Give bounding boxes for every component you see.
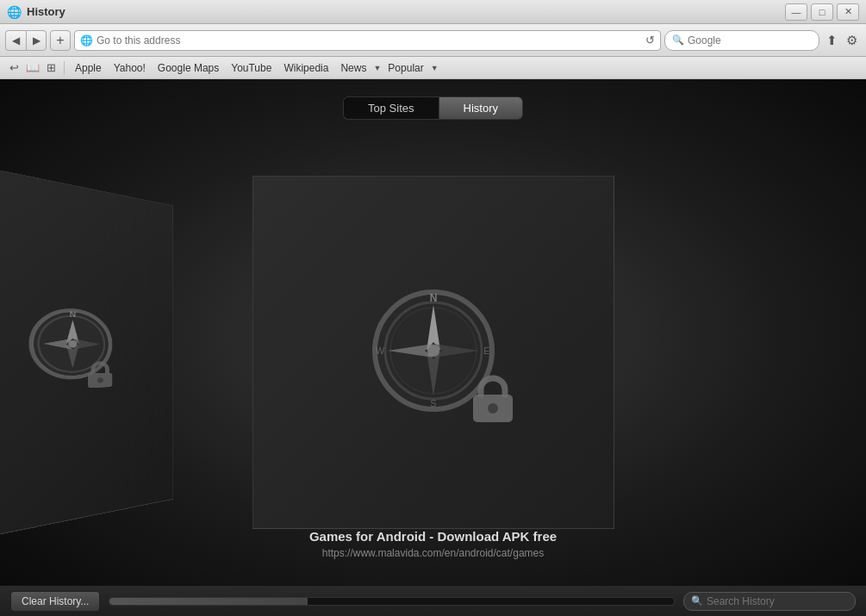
- refresh-button[interactable]: ↺: [645, 34, 655, 47]
- background-card: N: [0, 158, 173, 547]
- bookmark-youtube[interactable]: YouTube: [226, 60, 277, 76]
- main-content: Top Sites History N: [0, 79, 866, 585]
- back-arrow-icon[interactable]: ↩: [7, 61, 22, 74]
- lock-icon-main: [470, 374, 515, 427]
- cards-area: N: [0, 120, 866, 585]
- search-bar[interactable]: 🔍: [664, 30, 819, 51]
- address-input[interactable]: [97, 34, 642, 47]
- svg-text:E: E: [483, 345, 489, 356]
- svg-point-23: [488, 403, 498, 414]
- bookmark-news-group[interactable]: News ▼: [335, 60, 381, 76]
- app-icon: 🌐: [7, 5, 22, 19]
- bookmarks-bar: ↩ 📖 ⊞ Apple Yahoo! Google Maps YouTube W…: [0, 57, 866, 79]
- svg-text:N: N: [70, 310, 77, 319]
- minimize-button[interactable]: —: [785, 3, 807, 21]
- svg-text:W: W: [375, 345, 384, 356]
- svg-text:S: S: [430, 398, 436, 408]
- compass-main-wrap: N S W E: [369, 286, 498, 419]
- clear-history-button[interactable]: Clear History...: [10, 591, 100, 612]
- window-controls: — □ ✕: [785, 3, 859, 21]
- bookmark-google-maps[interactable]: Google Maps: [153, 60, 224, 76]
- search-icon: 🔍: [672, 34, 684, 46]
- search-history-input[interactable]: [707, 595, 848, 607]
- bottom-bar: Clear History... 🔍: [0, 585, 866, 616]
- titlebar-title: History: [27, 5, 785, 18]
- lock-icon-small: [85, 360, 114, 396]
- bookmark-yahoo[interactable]: Yahoo!: [109, 60, 151, 76]
- main-history-card[interactable]: N S W E: [252, 176, 614, 529]
- svg-point-17: [427, 345, 439, 357]
- close-button[interactable]: ✕: [837, 3, 859, 21]
- add-tab-button[interactable]: +: [50, 30, 71, 51]
- maximize-button[interactable]: □: [811, 3, 833, 21]
- search-input[interactable]: [688, 34, 817, 47]
- globe-icon: 🌐: [80, 34, 93, 47]
- compass-bg-wrap: N: [27, 304, 115, 401]
- back-button[interactable]: ◀: [5, 30, 26, 51]
- progress-bar: [109, 597, 675, 606]
- tab-top-sites[interactable]: Top Sites: [344, 97, 438, 119]
- toolbar-icons: ⬆ ⚙: [823, 31, 861, 50]
- separator: [64, 61, 65, 75]
- site-url: https://www.malavida.com/en/android/cat/…: [309, 547, 557, 559]
- progress-bar-fill: [109, 598, 307, 605]
- tab-history[interactable]: History: [439, 97, 522, 119]
- settings-button[interactable]: ⚙: [843, 31, 861, 50]
- reading-list-icon[interactable]: 📖: [23, 61, 42, 74]
- forward-button[interactable]: ▶: [26, 30, 47, 51]
- search-history-icon: 🔍: [691, 595, 703, 607]
- popular-dropdown-arrow: ▼: [431, 64, 439, 72]
- site-info: Games for Android - Download APK free ht…: [309, 529, 557, 559]
- grid-icon[interactable]: ⊞: [44, 61, 59, 74]
- bookmark-wikipedia[interactable]: Wikipedia: [278, 60, 333, 76]
- tab-switcher: Top Sites History: [343, 96, 523, 120]
- share-button[interactable]: ⬆: [823, 31, 841, 50]
- bookmark-news[interactable]: News: [335, 60, 371, 76]
- titlebar: 🌐 History — □ ✕: [0, 0, 866, 24]
- news-dropdown-arrow: ▼: [373, 64, 381, 72]
- site-title: Games for Android - Download APK free: [309, 529, 557, 544]
- address-bar[interactable]: 🌐 ↺: [74, 30, 661, 51]
- bookmark-popular[interactable]: Popular: [383, 60, 428, 76]
- bookmark-apple[interactable]: Apple: [70, 60, 107, 76]
- back-forward-group: ◀ ▶: [5, 30, 47, 51]
- bookmark-popular-group[interactable]: Popular ▼: [383, 60, 438, 76]
- svg-text:N: N: [429, 292, 437, 304]
- search-history-bar[interactable]: 🔍: [683, 592, 856, 611]
- navbar: ◀ ▶ + 🌐 ↺ 🔍 ⬆ ⚙: [0, 24, 866, 57]
